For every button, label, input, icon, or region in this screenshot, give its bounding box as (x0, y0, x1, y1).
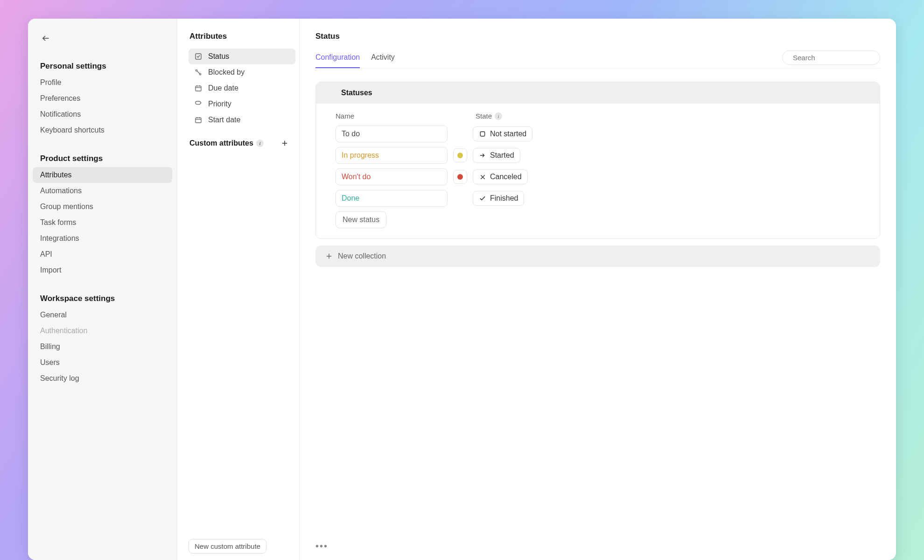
page-title: Status (315, 32, 880, 41)
attribute-item-blocked-by[interactable]: Blocked by (189, 64, 295, 80)
calendar-icon (194, 84, 203, 92)
plus-icon (326, 253, 332, 259)
statuses-card: Statuses Name State i To do (315, 82, 880, 239)
section-heading: Personal settings (33, 58, 172, 75)
svg-rect-1 (196, 54, 201, 59)
state-selector[interactable]: Finished (473, 191, 524, 206)
state-selector[interactable]: Not started (473, 126, 532, 141)
state-label: Finished (490, 194, 518, 203)
arrow-right-icon (479, 152, 486, 159)
search-field[interactable] (782, 50, 880, 65)
attribute-item-label: Priority (208, 100, 231, 108)
sidebar-item-notifications[interactable]: Notifications (33, 106, 172, 122)
back-button[interactable] (39, 32, 52, 45)
status-color-swatch[interactable] (453, 170, 467, 184)
column-headers: Name State i (336, 112, 868, 120)
state-label: Not started (490, 130, 526, 138)
status-color-swatch[interactable] (453, 148, 467, 162)
tab-bar: Configuration Activity (315, 49, 880, 69)
sidebar-item-group-mentions[interactable]: Group mentions (33, 199, 172, 215)
checkbox-icon (194, 52, 203, 61)
attribute-item-label: Due date (208, 84, 238, 92)
section-workspace-settings: Workspace settings General Authenticatio… (33, 290, 172, 386)
svg-rect-8 (196, 118, 201, 123)
attribute-item-label: Status (208, 52, 229, 61)
info-icon[interactable]: i (256, 140, 264, 147)
status-row: Done Finished (336, 190, 868, 207)
attribute-item-priority[interactable]: Priority (189, 96, 295, 112)
status-row: To do Not started (336, 126, 868, 142)
relation-icon (194, 68, 203, 77)
state-label: Canceled (490, 173, 522, 181)
sidebar-item-attributes[interactable]: Attributes (33, 167, 172, 183)
sidebar-item-users[interactable]: Users (33, 355, 172, 371)
new-collection-button[interactable]: New collection (315, 245, 880, 267)
color-dot (457, 174, 463, 180)
new-collection-label: New collection (338, 252, 386, 260)
check-icon (479, 195, 486, 202)
search-input[interactable] (793, 54, 882, 62)
section-heading: Workspace settings (33, 290, 172, 307)
column-header-name: Name (336, 112, 476, 120)
x-icon (479, 173, 486, 181)
section-product-settings: Product settings Attributes Automations … (33, 150, 172, 278)
tab-configuration[interactable]: Configuration (315, 49, 360, 68)
status-name-input[interactable]: To do (336, 126, 448, 142)
column-header-state: State i (476, 112, 502, 120)
sidebar-item-import[interactable]: Import (33, 262, 172, 278)
main-panel: Status Configuration Activity Statuses N… (300, 19, 896, 560)
sidebar-item-security-log[interactable]: Security log (33, 371, 172, 386)
attributes-panel: Attributes Status Blocked by Due date (177, 19, 300, 560)
color-dot (457, 153, 463, 158)
status-row: Won't do Canceled (336, 168, 868, 185)
sidebar-item-automations[interactable]: Automations (33, 183, 172, 199)
new-custom-attribute-button[interactable]: New custom attribute (189, 539, 266, 553)
app-window: Personal settings Profile Preferences No… (28, 19, 896, 560)
settings-sidebar: Personal settings Profile Preferences No… (28, 19, 177, 560)
sidebar-item-preferences[interactable]: Preferences (33, 91, 172, 106)
attributes-heading: Attributes (189, 32, 295, 41)
sidebar-item-integrations[interactable]: Integrations (33, 231, 172, 246)
attribute-item-label: Start date (208, 116, 240, 124)
attribute-item-start-date[interactable]: Start date (189, 112, 295, 128)
status-row: In progress Started (336, 147, 868, 164)
custom-attributes-heading: Custom attributes (189, 139, 253, 147)
add-custom-attribute-button[interactable] (280, 138, 290, 148)
new-status-button[interactable]: New status (336, 211, 386, 228)
status-name-input[interactable]: Done (336, 190, 448, 207)
state-label: Started (490, 151, 514, 160)
sidebar-item-authentication[interactable]: Authentication (33, 323, 172, 339)
plus-icon (281, 140, 288, 147)
sidebar-item-billing[interactable]: Billing (33, 339, 172, 355)
attribute-item-status[interactable]: Status (189, 49, 295, 64)
svg-rect-16 (480, 132, 484, 136)
state-selector[interactable]: Canceled (473, 169, 528, 184)
status-name-input[interactable]: In progress (336, 147, 448, 164)
tab-activity[interactable]: Activity (371, 49, 395, 68)
sidebar-item-keyboard-shortcuts[interactable]: Keyboard shortcuts (33, 122, 172, 138)
square-icon (479, 130, 486, 138)
section-personal-settings: Personal settings Profile Preferences No… (33, 58, 172, 138)
arrow-left-icon (42, 34, 50, 42)
status-name-input[interactable]: Won't do (336, 168, 448, 185)
custom-attributes-header: Custom attributes i (189, 128, 295, 152)
tag-icon (194, 100, 203, 108)
info-icon[interactable]: i (495, 112, 502, 120)
section-heading: Product settings (33, 150, 172, 167)
calendar-icon (194, 116, 203, 124)
sidebar-item-task-forms[interactable]: Task forms (33, 215, 172, 231)
svg-rect-4 (196, 86, 201, 91)
attribute-item-label: Blocked by (208, 68, 245, 77)
state-selector[interactable]: Started (473, 148, 520, 163)
more-menu-button[interactable]: ••• (315, 541, 328, 552)
attribute-item-due-date[interactable]: Due date (189, 80, 295, 96)
sidebar-item-general[interactable]: General (33, 307, 172, 323)
card-heading: Statuses (316, 82, 880, 104)
sidebar-item-profile[interactable]: Profile (33, 75, 172, 91)
sidebar-item-api[interactable]: API (33, 246, 172, 262)
